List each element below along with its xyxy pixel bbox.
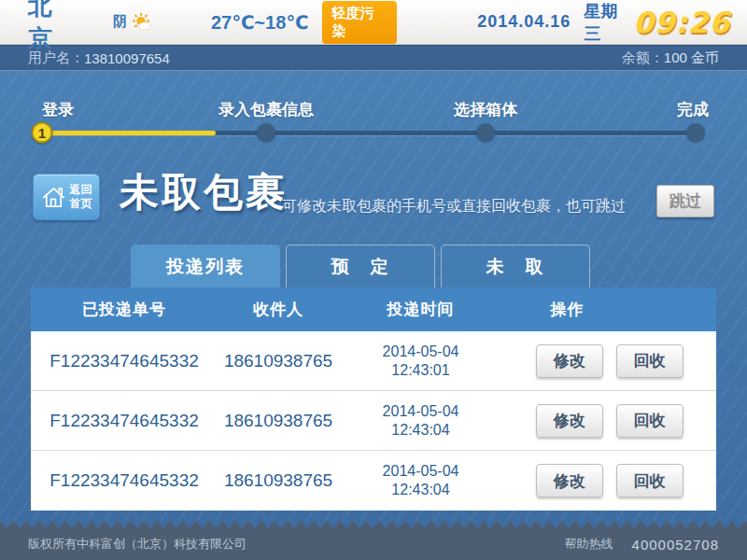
recycle-button[interactable]: 回收 [616, 344, 684, 378]
air-quality-badge: 轻度污染 [322, 1, 398, 44]
sun-cloud-icon [131, 12, 153, 33]
table-body: F12233474645332 18610938765 2014-05-0412… [31, 331, 716, 511]
weekday-label: 星期三 [584, 0, 633, 45]
recycle-button[interactable]: 回收 [616, 404, 684, 438]
clock-label: 09:26 [633, 6, 730, 39]
step-label-select-box: 选择箱体 [454, 99, 517, 120]
city-label: 北京 [28, 0, 79, 55]
temperature-label: 27℃~18℃ [211, 11, 309, 34]
back-home-button[interactable]: 返回 首页 [33, 174, 100, 220]
modify-button[interactable]: 修改 [536, 404, 603, 438]
user-info-bar: 用户名： 13810097654 余额： 100 金币 [0, 45, 747, 71]
tab-bar: 投递列表 预 定 未 取 [131, 245, 590, 288]
page-title: 未取包裹 [120, 166, 288, 218]
col-header-actions: 操作 [502, 299, 716, 320]
col-header-tracking-no: 已投递单号 [31, 299, 218, 320]
copyright-label: 版权所有中科富创（北京）科技有限公司 [28, 536, 247, 553]
progress-track-active [42, 131, 216, 135]
home-icon [41, 185, 66, 210]
table-header: 已投递单号 收件人 投递时间 操作 [31, 287, 716, 331]
hotline-number: 4000052708 [632, 537, 719, 553]
zigzag-divider [0, 521, 747, 528]
kiosk-screen: 北京 阴 27℃~18℃ 轻度污染 2014.04.16 星期三 09:26 用… [0, 0, 747, 560]
main-panel: 登录 录入包裹信息 选择箱体 完成 1 返回 首页 未取包裹 可修改未取包裹的手… [0, 71, 747, 521]
delivery-time-value: 2014-05-0412:43:01 [339, 343, 502, 380]
table-row: F12233474645332 18610938765 2014-05-0412… [31, 331, 716, 391]
modify-button[interactable]: 修改 [536, 464, 603, 497]
recipient-value: 18610938765 [218, 470, 339, 491]
table-row: F12233474645332 18610938765 2014-05-0412… [31, 391, 716, 451]
footer-bar: 版权所有中科富创（北京）科技有限公司 帮助热线 4000052708 [0, 528, 747, 560]
weather-label: 阴 [113, 13, 127, 31]
delivery-time-value: 2014-05-0412:43:04 [339, 462, 502, 499]
hotline-label: 帮助热线 [565, 536, 613, 553]
recipient-value: 18610938765 [218, 351, 339, 371]
modify-button[interactable]: 修改 [536, 344, 603, 378]
weather-block: 阴 [113, 12, 153, 33]
step-dot-3 [476, 123, 495, 142]
tab-delivery-list[interactable]: 投递列表 [131, 245, 280, 288]
step-dot-1-active: 1 [32, 122, 53, 144]
balance-label: 余额： [622, 49, 664, 67]
delivery-time-value: 2014-05-0412:43:04 [339, 402, 502, 440]
tracking-no-value: F12233474645332 [31, 470, 218, 491]
username-value: 13810097654 [84, 50, 170, 66]
recipient-value: 18610938765 [218, 411, 339, 431]
tracking-no-value: F12233474645332 [31, 351, 218, 371]
tracking-no-value: F12233474645332 [31, 411, 218, 431]
step-dot-4 [686, 123, 705, 142]
date-label: 2014.04.16 [477, 12, 571, 32]
back-home-label: 返回 首页 [70, 183, 92, 211]
tab-unclaimed[interactable]: 未 取 [441, 245, 590, 287]
step-dot-2 [257, 123, 275, 142]
skip-button[interactable]: 跳过 [656, 185, 714, 217]
progress-track [42, 131, 696, 135]
step-label-login: 登录 [42, 99, 74, 120]
table-row: F12233474645332 18610938765 2014-05-0412… [31, 451, 716, 511]
col-header-recipient: 收件人 [218, 299, 339, 320]
step-label-enter-info: 录入包裹信息 [218, 99, 314, 120]
balance-value: 100 金币 [664, 49, 719, 67]
page-subtitle: 可修改未取包裹的手机号或直接回收包裹，也可跳过 [282, 197, 626, 217]
top-status-bar: 北京 阴 27℃~18℃ 轻度污染 2014.04.16 星期三 09:26 [0, 0, 747, 45]
recycle-button[interactable]: 回收 [616, 464, 684, 497]
step-label-done: 完成 [677, 99, 709, 120]
col-header-delivery-time: 投递时间 [339, 299, 502, 320]
tab-reserved[interactable]: 预 定 [286, 245, 435, 287]
